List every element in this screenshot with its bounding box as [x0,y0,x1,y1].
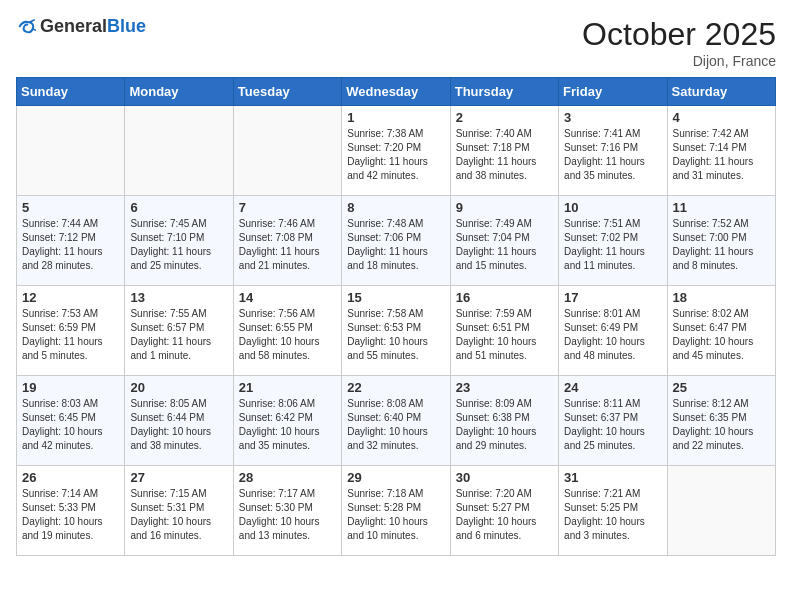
title-block: October 2025 Dijon, France [582,16,776,69]
day-info: Sunrise: 8:09 AM Sunset: 6:38 PM Dayligh… [456,397,553,453]
day-number: 10 [564,200,661,215]
day-info: Sunrise: 7:55 AM Sunset: 6:57 PM Dayligh… [130,307,227,363]
calendar-cell: 18Sunrise: 8:02 AM Sunset: 6:47 PM Dayli… [667,286,775,376]
calendar-cell: 14Sunrise: 7:56 AM Sunset: 6:55 PM Dayli… [233,286,341,376]
day-info: Sunrise: 7:14 AM Sunset: 5:33 PM Dayligh… [22,487,119,543]
day-info: Sunrise: 7:56 AM Sunset: 6:55 PM Dayligh… [239,307,336,363]
calendar-cell: 24Sunrise: 8:11 AM Sunset: 6:37 PM Dayli… [559,376,667,466]
day-number: 14 [239,290,336,305]
calendar-cell: 19Sunrise: 8:03 AM Sunset: 6:45 PM Dayli… [17,376,125,466]
calendar-week-row: 26Sunrise: 7:14 AM Sunset: 5:33 PM Dayli… [17,466,776,556]
logo-icon [16,17,36,37]
calendar-cell: 3Sunrise: 7:41 AM Sunset: 7:16 PM Daylig… [559,106,667,196]
day-number: 26 [22,470,119,485]
calendar-table: SundayMondayTuesdayWednesdayThursdayFrid… [16,77,776,556]
day-number: 31 [564,470,661,485]
day-info: Sunrise: 7:20 AM Sunset: 5:27 PM Dayligh… [456,487,553,543]
day-info: Sunrise: 7:51 AM Sunset: 7:02 PM Dayligh… [564,217,661,273]
day-number: 12 [22,290,119,305]
day-number: 7 [239,200,336,215]
calendar-cell: 31Sunrise: 7:21 AM Sunset: 5:25 PM Dayli… [559,466,667,556]
calendar-cell: 11Sunrise: 7:52 AM Sunset: 7:00 PM Dayli… [667,196,775,286]
weekday-header: Sunday [17,78,125,106]
weekday-header: Thursday [450,78,558,106]
day-number: 6 [130,200,227,215]
day-number: 25 [673,380,770,395]
day-info: Sunrise: 7:46 AM Sunset: 7:08 PM Dayligh… [239,217,336,273]
calendar-cell: 30Sunrise: 7:20 AM Sunset: 5:27 PM Dayli… [450,466,558,556]
day-number: 27 [130,470,227,485]
calendar-cell: 4Sunrise: 7:42 AM Sunset: 7:14 PM Daylig… [667,106,775,196]
day-info: Sunrise: 7:45 AM Sunset: 7:10 PM Dayligh… [130,217,227,273]
day-info: Sunrise: 7:15 AM Sunset: 5:31 PM Dayligh… [130,487,227,543]
day-info: Sunrise: 7:49 AM Sunset: 7:04 PM Dayligh… [456,217,553,273]
day-number: 18 [673,290,770,305]
calendar-cell: 25Sunrise: 8:12 AM Sunset: 6:35 PM Dayli… [667,376,775,466]
day-info: Sunrise: 7:59 AM Sunset: 6:51 PM Dayligh… [456,307,553,363]
calendar-cell: 21Sunrise: 8:06 AM Sunset: 6:42 PM Dayli… [233,376,341,466]
calendar-week-row: 12Sunrise: 7:53 AM Sunset: 6:59 PM Dayli… [17,286,776,376]
day-info: Sunrise: 7:58 AM Sunset: 6:53 PM Dayligh… [347,307,444,363]
day-number: 24 [564,380,661,395]
logo-general: General [40,16,107,36]
calendar-cell: 5Sunrise: 7:44 AM Sunset: 7:12 PM Daylig… [17,196,125,286]
logo-blue: Blue [107,16,146,36]
calendar-cell: 1Sunrise: 7:38 AM Sunset: 7:20 PM Daylig… [342,106,450,196]
day-info: Sunrise: 8:03 AM Sunset: 6:45 PM Dayligh… [22,397,119,453]
location-label: Dijon, France [582,53,776,69]
day-number: 4 [673,110,770,125]
day-number: 8 [347,200,444,215]
day-number: 20 [130,380,227,395]
day-number: 5 [22,200,119,215]
day-number: 28 [239,470,336,485]
day-info: Sunrise: 7:52 AM Sunset: 7:00 PM Dayligh… [673,217,770,273]
day-number: 19 [22,380,119,395]
calendar-cell: 8Sunrise: 7:48 AM Sunset: 7:06 PM Daylig… [342,196,450,286]
day-info: Sunrise: 7:48 AM Sunset: 7:06 PM Dayligh… [347,217,444,273]
calendar-cell [17,106,125,196]
logo: GeneralBlue [16,16,146,37]
day-number: 30 [456,470,553,485]
calendar-cell [667,466,775,556]
day-info: Sunrise: 8:08 AM Sunset: 6:40 PM Dayligh… [347,397,444,453]
day-number: 1 [347,110,444,125]
calendar-cell: 13Sunrise: 7:55 AM Sunset: 6:57 PM Dayli… [125,286,233,376]
day-info: Sunrise: 8:12 AM Sunset: 6:35 PM Dayligh… [673,397,770,453]
day-number: 9 [456,200,553,215]
day-number: 16 [456,290,553,305]
calendar-cell: 17Sunrise: 8:01 AM Sunset: 6:49 PM Dayli… [559,286,667,376]
calendar-cell: 15Sunrise: 7:58 AM Sunset: 6:53 PM Dayli… [342,286,450,376]
calendar-cell: 16Sunrise: 7:59 AM Sunset: 6:51 PM Dayli… [450,286,558,376]
day-info: Sunrise: 7:38 AM Sunset: 7:20 PM Dayligh… [347,127,444,183]
calendar-cell: 22Sunrise: 8:08 AM Sunset: 6:40 PM Dayli… [342,376,450,466]
calendar-week-row: 5Sunrise: 7:44 AM Sunset: 7:12 PM Daylig… [17,196,776,286]
calendar-cell: 9Sunrise: 7:49 AM Sunset: 7:04 PM Daylig… [450,196,558,286]
day-info: Sunrise: 7:40 AM Sunset: 7:18 PM Dayligh… [456,127,553,183]
day-number: 2 [456,110,553,125]
calendar-cell: 10Sunrise: 7:51 AM Sunset: 7:02 PM Dayli… [559,196,667,286]
calendar-cell: 12Sunrise: 7:53 AM Sunset: 6:59 PM Dayli… [17,286,125,376]
calendar-cell [125,106,233,196]
day-info: Sunrise: 8:05 AM Sunset: 6:44 PM Dayligh… [130,397,227,453]
calendar-cell: 29Sunrise: 7:18 AM Sunset: 5:28 PM Dayli… [342,466,450,556]
day-number: 22 [347,380,444,395]
calendar-cell: 26Sunrise: 7:14 AM Sunset: 5:33 PM Dayli… [17,466,125,556]
day-info: Sunrise: 8:02 AM Sunset: 6:47 PM Dayligh… [673,307,770,363]
day-number: 23 [456,380,553,395]
calendar-header-row: SundayMondayTuesdayWednesdayThursdayFrid… [17,78,776,106]
day-info: Sunrise: 7:42 AM Sunset: 7:14 PM Dayligh… [673,127,770,183]
weekday-header: Friday [559,78,667,106]
calendar-cell: 2Sunrise: 7:40 AM Sunset: 7:18 PM Daylig… [450,106,558,196]
month-year-title: October 2025 [582,16,776,53]
calendar-cell [233,106,341,196]
day-info: Sunrise: 8:06 AM Sunset: 6:42 PM Dayligh… [239,397,336,453]
logo-text: GeneralBlue [40,16,146,37]
weekday-header: Tuesday [233,78,341,106]
day-info: Sunrise: 7:53 AM Sunset: 6:59 PM Dayligh… [22,307,119,363]
day-number: 11 [673,200,770,215]
day-number: 15 [347,290,444,305]
calendar-cell: 23Sunrise: 8:09 AM Sunset: 6:38 PM Dayli… [450,376,558,466]
calendar-week-row: 19Sunrise: 8:03 AM Sunset: 6:45 PM Dayli… [17,376,776,466]
day-number: 3 [564,110,661,125]
day-info: Sunrise: 7:18 AM Sunset: 5:28 PM Dayligh… [347,487,444,543]
